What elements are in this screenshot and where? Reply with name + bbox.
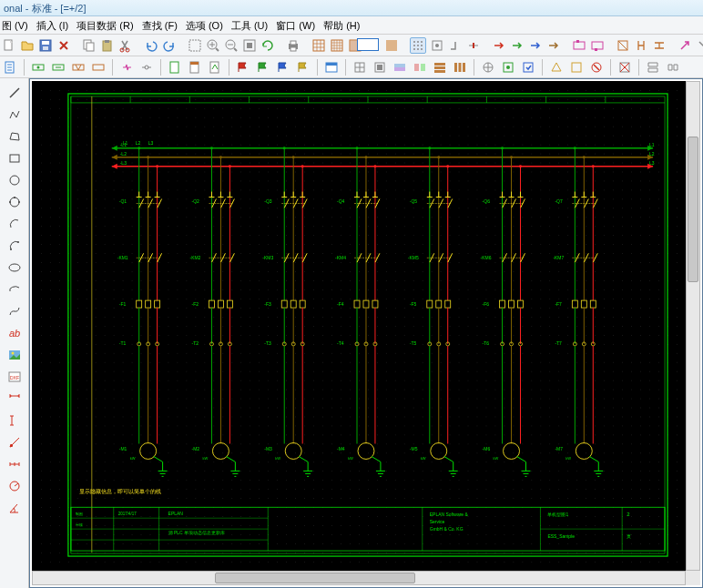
tool-y3-icon[interactable] <box>652 37 667 54</box>
zoom-in-icon[interactable] <box>206 37 220 54</box>
undo-icon[interactable] <box>144 37 158 54</box>
close-icon[interactable] <box>56 37 71 54</box>
tool-x2-icon[interactable] <box>590 37 605 54</box>
dim-tool-icon[interactable] <box>5 390 25 408</box>
tool-y1-icon[interactable] <box>616 37 630 54</box>
paste-icon[interactable] <box>100 37 115 54</box>
vertical-scrollbar[interactable] <box>686 81 700 571</box>
sym2-icon[interactable] <box>50 59 66 76</box>
open-icon[interactable] <box>20 37 35 54</box>
dim2-tool-icon[interactable] <box>5 411 25 430</box>
arrow-ne-icon[interactable] <box>678 37 692 54</box>
dim4-tool-icon[interactable] <box>5 455 25 473</box>
grid-e-icon[interactable] <box>384 37 399 54</box>
t2-j-icon[interactable] <box>548 59 565 76</box>
t2-o-icon[interactable] <box>665 59 681 76</box>
arc3p-tool-icon[interactable] <box>5 237 25 255</box>
ellipse-tool-icon[interactable] <box>5 259 25 277</box>
polygon-tool-icon[interactable] <box>5 127 25 146</box>
menu-window[interactable]: 窗口 (W) <box>276 20 315 31</box>
flag-g-icon[interactable] <box>255 59 271 76</box>
arrow-brown-icon[interactable] <box>546 37 561 54</box>
drawing-canvas[interactable]: -L1L1-L2L2-L3L3L1L2L3-Q1-KM1-F1-T1-M1kW-… <box>32 81 686 571</box>
snap-mid-icon[interactable] <box>466 37 481 54</box>
spline-tool-icon[interactable] <box>5 302 25 320</box>
arrow-red-icon[interactable] <box>492 37 506 54</box>
new-icon[interactable] <box>2 37 16 54</box>
zoom-window-icon[interactable] <box>188 37 202 54</box>
t2-k-icon[interactable] <box>568 59 585 76</box>
rect-tool-icon[interactable] <box>5 149 25 167</box>
t2-m-icon[interactable] <box>616 59 633 76</box>
menu-tools[interactable]: 工具 (U) <box>231 20 268 31</box>
ellipse-arc-tool-icon[interactable] <box>5 280 25 299</box>
page1-icon[interactable] <box>167 59 183 76</box>
arrow-green-icon[interactable] <box>510 37 525 54</box>
cut-icon[interactable] <box>118 37 133 54</box>
arrow-blue-icon[interactable] <box>528 37 543 54</box>
v-scroll-thumb[interactable] <box>688 137 698 282</box>
page2-icon[interactable] <box>187 59 203 76</box>
break-icon[interactable] <box>118 59 135 76</box>
redo-icon[interactable] <box>162 37 177 54</box>
polyline-tool-icon[interactable] <box>5 106 25 124</box>
line-tool-icon[interactable] <box>5 84 25 102</box>
t2-n-icon[interactable] <box>645 59 661 76</box>
t2-a-icon[interactable] <box>352 59 368 76</box>
arrow-diag-icon[interactable] <box>696 37 703 54</box>
dxf-tool-icon[interactable]: DXF <box>5 368 25 386</box>
arc-tool-icon[interactable] <box>5 215 25 233</box>
circle-tool-icon[interactable] <box>5 171 25 189</box>
grid-a-icon[interactable] <box>311 37 326 54</box>
win1-icon[interactable] <box>323 59 340 76</box>
dim5-tool-icon[interactable] <box>5 477 25 495</box>
page3-icon[interactable] <box>207 59 223 76</box>
t2-i-icon[interactable] <box>520 59 536 76</box>
svg-text:-M6: -M6 <box>483 446 491 451</box>
sym4-icon[interactable] <box>90 59 107 76</box>
snap-grid-icon[interactable] <box>410 37 426 54</box>
t2-d-icon[interactable] <box>412 59 428 76</box>
menu-insert[interactable]: 插入 (I) <box>36 20 68 31</box>
t2-h-icon[interactable] <box>500 59 516 76</box>
circle3p-tool-icon[interactable] <box>5 193 25 211</box>
floating-toolbox[interactable] <box>357 38 379 51</box>
save-icon[interactable] <box>38 37 53 54</box>
doc-blue-icon[interactable] <box>2 59 18 76</box>
flag-y-icon[interactable] <box>295 59 311 76</box>
t2-l-icon[interactable] <box>588 59 605 76</box>
tool-x1-icon[interactable] <box>572 37 586 54</box>
sym1-icon[interactable] <box>30 59 46 76</box>
refresh-icon[interactable] <box>260 37 275 54</box>
t2-f-icon[interactable] <box>452 59 468 76</box>
horizontal-scrollbar[interactable] <box>32 571 686 585</box>
ortho-icon[interactable] <box>448 37 463 54</box>
angle-tool-icon[interactable] <box>5 499 25 517</box>
sym3-icon[interactable] <box>70 59 87 76</box>
copy-icon[interactable] <box>82 37 97 54</box>
svg-rect-372 <box>41 127 42 127</box>
print-icon[interactable] <box>286 37 301 54</box>
zoom-fit-icon[interactable] <box>242 37 257 54</box>
menu-view[interactable]: 图 (V) <box>2 20 28 31</box>
flag-b-icon[interactable] <box>275 59 291 76</box>
dim3-tool-icon[interactable] <box>5 433 25 451</box>
menu-find[interactable]: 查找 (F) <box>142 20 178 31</box>
grid-b-icon[interactable] <box>330 37 344 54</box>
menu-options[interactable]: 选项 (O) <box>186 20 223 31</box>
menu-help[interactable]: 帮助 (H) <box>323 20 360 31</box>
flag-r-icon[interactable] <box>235 59 251 76</box>
h-scroll-thumb[interactable] <box>215 573 415 583</box>
join-icon[interactable] <box>138 59 155 76</box>
t2-c-icon[interactable] <box>392 59 408 76</box>
tool-y2-icon[interactable] <box>634 37 648 54</box>
zoom-out-icon[interactable] <box>224 37 239 54</box>
text-tool-icon[interactable]: ab <box>5 324 25 342</box>
t2-e-icon[interactable] <box>432 59 448 76</box>
menu-projdata[interactable]: 项目数据 (R) <box>76 20 133 31</box>
t2-g-icon[interactable] <box>480 59 496 76</box>
image-tool-icon[interactable] <box>5 346 25 364</box>
svg-rect-3647 <box>123 543 124 544</box>
t2-b-icon[interactable] <box>372 59 388 76</box>
snap-obj-icon[interactable] <box>430 37 444 54</box>
